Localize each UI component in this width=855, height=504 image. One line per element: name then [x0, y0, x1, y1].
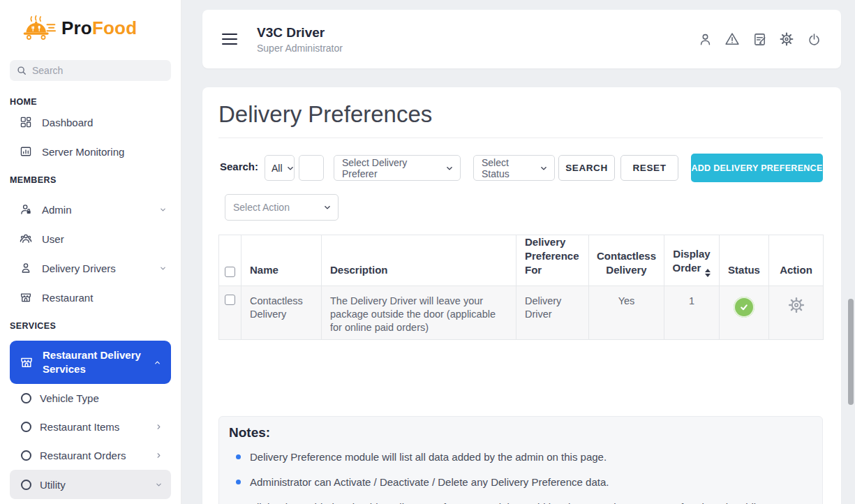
search-scope-select[interactable]: All	[265, 155, 295, 181]
header-actions	[697, 31, 821, 47]
select-all-cell	[219, 235, 241, 286]
logout-button[interactable]	[806, 31, 821, 47]
search-label: Search:	[220, 161, 258, 172]
app-root: ProFood HOME Dashboard Server Monitoring…	[0, 0, 855, 504]
notes-panel: Notes: Delivery Preference module will l…	[218, 416, 823, 504]
sidebar-item-label: Restaurant Orders	[40, 450, 147, 461]
settings-button[interactable]	[779, 31, 794, 47]
sidebar-item-label: Restaurant Delivery Services	[43, 348, 144, 376]
notes-list: Delivery Preference module will list all…	[228, 450, 811, 504]
delivery-preference-select[interactable]: Select Delivery Preferer	[334, 155, 461, 181]
notes-title: Notes:	[229, 425, 811, 440]
search-keyword-input[interactable]	[299, 155, 324, 181]
sidebar-item-label: Utility	[40, 479, 147, 491]
dashboard-icon	[20, 116, 32, 128]
sidebar-item-label: Restaurant	[42, 292, 167, 304]
driver-person-icon	[20, 262, 32, 274]
chevron-down-icon	[159, 206, 167, 214]
brand-logo[interactable]: ProFood	[0, 0, 181, 56]
sidebar-subitem-utility[interactable]: Utility	[10, 470, 171, 499]
sidebar-subitem-vehicle-type[interactable]: Vehicle Type	[10, 384, 171, 413]
search-scope-value: All	[272, 163, 283, 174]
storefront-icon	[20, 291, 32, 304]
person-icon	[698, 32, 713, 47]
sidebar-subitem-restaurant-items[interactable]: Restaurant Items	[10, 413, 171, 441]
table-header-row: Name Description Delivery Preference For…	[219, 235, 824, 286]
profile-button[interactable]	[697, 31, 713, 47]
header-title-block: V3C Driver Super Administrator	[257, 25, 343, 54]
reset-button[interactable]: RESET	[620, 155, 678, 181]
page-title: Delivery Preferences	[218, 100, 823, 128]
menu-toggle-button[interactable]	[222, 34, 237, 45]
column-header-description: Description	[322, 235, 516, 286]
bullet-circle-icon	[21, 450, 31, 461]
sidebar-item-server-monitoring[interactable]: Server Monitoring	[0, 137, 181, 166]
sidebar-item-restaurant[interactable]: Restaurant	[0, 283, 181, 312]
warning-triangle-icon	[724, 31, 740, 47]
sidebar-item-delivery-drivers[interactable]: Delivery Drivers	[0, 253, 181, 283]
chevron-down-icon	[540, 165, 547, 172]
add-delivery-preference-button[interactable]: ADD DELIVERY PREFERENCE	[691, 154, 823, 182]
sidebar-item-label: Restaurant Items	[40, 421, 147, 433]
filter-toolbar: Search: All Select Delivery Preferer Sel…	[218, 154, 823, 182]
brand-name-food: Food	[92, 17, 137, 38]
bulk-action-row: Select Action	[218, 194, 823, 221]
table-row: Contactless Delivery The Delivery Driver…	[219, 286, 824, 340]
note-item: All the data added under this Delivery P…	[228, 501, 811, 504]
chevron-down-icon	[324, 204, 331, 211]
sidebar-item-label: User	[42, 233, 167, 245]
sidebar-item-admin[interactable]: Admin	[0, 195, 181, 224]
chevron-down-icon	[446, 165, 453, 172]
check-icon	[738, 302, 750, 313]
brand-name: ProFood	[61, 17, 137, 39]
sidebar-search-input[interactable]	[32, 65, 164, 76]
search-icon	[17, 66, 27, 75]
bullet-circle-icon	[21, 422, 31, 432]
main-content: Delivery Preferences Search: All Select …	[202, 87, 841, 504]
storefront-icon	[20, 355, 34, 369]
gear-icon	[779, 31, 794, 47]
sidebar-item-label: Server Monitoring	[42, 146, 167, 158]
cell-name: Contactless Delivery	[241, 286, 322, 340]
bulk-action-select[interactable]: Select Action	[225, 194, 339, 221]
delivery-preference-value: Select Delivery Preferer	[342, 157, 442, 179]
column-header-action: Action	[769, 235, 824, 286]
sidebar-item-restaurant-delivery-services[interactable]: Restaurant Delivery Services	[10, 341, 171, 384]
cell-action	[769, 286, 824, 340]
sidebar-item-label: Admin	[42, 204, 149, 216]
sidebar-item-user[interactable]: User	[0, 224, 181, 253]
status-active-icon[interactable]	[734, 297, 754, 318]
page-scrollbar-thumb[interactable]	[848, 299, 854, 405]
row-checkbox[interactable]	[225, 295, 235, 305]
note-item: Delivery Preference module will list all…	[228, 450, 811, 464]
sort-icon[interactable]	[705, 269, 711, 277]
note-item: Administrator can Activate / Deactivate …	[228, 475, 811, 489]
column-header-status: Status	[720, 235, 769, 286]
chevron-up-icon	[154, 359, 161, 366]
select-all-checkbox[interactable]	[225, 267, 235, 277]
chevron-right-icon	[155, 423, 163, 431]
sidebar-search[interactable]	[10, 60, 171, 81]
status-select[interactable]: Select Status	[473, 155, 555, 181]
title-divider	[218, 138, 823, 138]
section-label-home: HOME	[0, 96, 181, 108]
cell-preference-for: Delivery Driver	[516, 286, 589, 340]
food-cart-icon	[18, 12, 56, 44]
gear-icon	[787, 296, 805, 314]
reports-button[interactable]	[752, 31, 767, 47]
sidebar-subitem-restaurant-orders[interactable]: Restaurant Orders	[10, 441, 171, 470]
row-settings-button[interactable]	[787, 296, 805, 314]
column-header-display-order[interactable]: Display Order	[664, 235, 720, 286]
sidebar-item-dashboard[interactable]: Dashboard	[0, 108, 181, 137]
cell-contactless: Yes	[589, 286, 664, 340]
sidebar-item-label: Vehicle Type	[40, 392, 163, 404]
chevron-down-icon	[287, 165, 294, 172]
alerts-button[interactable]	[724, 31, 740, 47]
column-header-name: Name	[241, 235, 322, 286]
admin-user-lock-icon	[20, 203, 32, 216]
search-button[interactable]: SEARCH	[558, 155, 615, 181]
status-select-value: Select Status	[482, 157, 536, 179]
cell-description: The Delivery Driver will leave your pack…	[322, 286, 516, 340]
users-group-icon	[20, 232, 32, 245]
brand-name-pro: Pro	[61, 17, 92, 38]
